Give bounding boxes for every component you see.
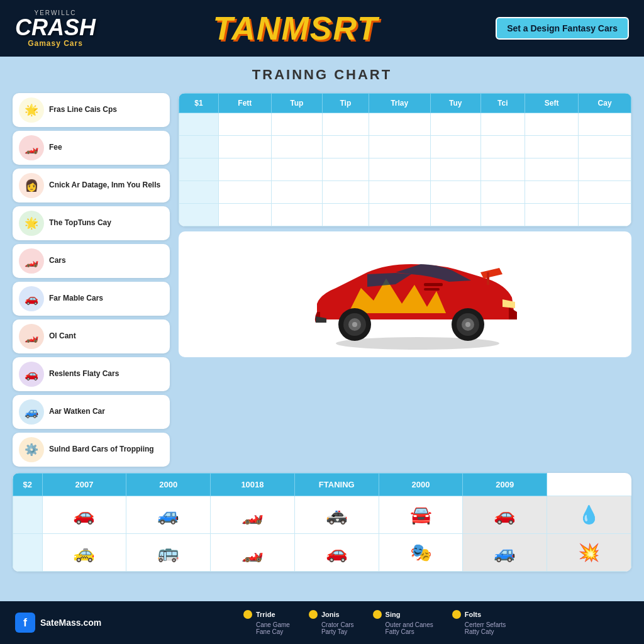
top-cell-2-4 xyxy=(369,158,430,181)
sidebar-icon-3: 🌟 xyxy=(19,211,44,236)
top-cell-1-6 xyxy=(480,136,525,158)
sidebar-item-4[interactable]: 🏎️Cars xyxy=(13,244,170,278)
top-col-5: Tuy xyxy=(430,94,480,113)
bot-cell-0-0: 🚗 xyxy=(42,496,126,534)
legend-dot-0 xyxy=(243,610,252,619)
mini-car-1-6: 💥 xyxy=(567,540,611,565)
top-cell-0-5 xyxy=(430,113,480,136)
top-cell-1-4 xyxy=(369,136,430,158)
bot-col-5: 2000 xyxy=(379,474,463,496)
bot-cell-0-4: 🚘 xyxy=(379,496,463,534)
svg-rect-1 xyxy=(487,272,489,285)
top-cell-1-2 xyxy=(271,136,323,158)
table-row xyxy=(179,204,631,226)
sidebar-item-7[interactable]: 🚗Reslents Flaty Cars xyxy=(13,357,170,391)
footer-social: f SateMass.com xyxy=(15,613,101,633)
mini-car-1-3: 🚗 xyxy=(314,540,358,565)
top-col-3: Tip xyxy=(323,94,369,113)
sidebar-item-5[interactable]: 🚗Far Mable Cars xyxy=(13,282,170,316)
mini-car-1-1: 🚌 xyxy=(147,540,191,565)
sidebar-item-8[interactable]: 🚙Aar Watken Car xyxy=(13,395,170,429)
top-col-7: Seft xyxy=(525,94,579,113)
svg-point-5 xyxy=(352,322,357,327)
bottom-chart-table: $22007200010018FTANING20002009 🚗🚙🏎️🚓🚘🚗💧🚕… xyxy=(13,473,631,572)
legend-item-1: JonisCrator Cars Party Tay xyxy=(309,610,354,635)
sidebar-icon-1: 🏎️ xyxy=(19,135,44,160)
mini-car-0-3: 🚓 xyxy=(314,502,358,528)
top-cell-0-2 xyxy=(271,113,323,136)
bot-row-label-1 xyxy=(13,534,43,572)
legend-label-0: Trride xyxy=(256,611,275,618)
mini-car-0-2: 🏎️ xyxy=(230,502,274,528)
top-chart-table: $1FettTupTipTrlayTuyTciSeftCay xyxy=(179,93,631,226)
top-cell-2-0 xyxy=(179,158,219,181)
logo-sub-text: Gamasy Cars xyxy=(28,39,83,48)
top-cell-2-7 xyxy=(525,158,579,181)
bot-col-1: 2007 xyxy=(42,474,126,496)
design-button[interactable]: Set a Design Fantasy Cars xyxy=(496,17,629,40)
bot-row-label-0 xyxy=(13,496,43,534)
top-cell-0-3 xyxy=(323,113,369,136)
top-col-6: Tci xyxy=(480,94,525,113)
section-title: TRAINNG CHART xyxy=(13,67,631,83)
top-cell-3-0 xyxy=(179,181,219,204)
sidebar-text-7: Reslents Flaty Cars xyxy=(49,369,119,379)
sidebar-icon-0: 🌟 xyxy=(19,97,44,123)
table-row: 🚗🚙🏎️🚓🚘🚗💧 xyxy=(13,496,631,534)
top-cell-3-6 xyxy=(480,181,525,204)
sidebar-text-5: Far Mable Cars xyxy=(49,294,103,304)
top-cell-0-7 xyxy=(525,113,579,136)
top-cell-2-2 xyxy=(271,158,323,181)
sidebar-text-3: The TopTuns Cay xyxy=(49,218,111,228)
mini-car-1-2: 🏎️ xyxy=(230,540,274,565)
top-cell-3-2 xyxy=(271,181,323,204)
top-cell-1-8 xyxy=(579,136,631,158)
bot-cell-1-5: 🚙 xyxy=(463,534,547,572)
top-cell-4-3 xyxy=(323,204,369,226)
logo-crash-text: CRASH xyxy=(15,16,96,39)
top-cell-1-0 xyxy=(179,136,219,158)
car-svg xyxy=(286,238,525,351)
top-cell-4-8 xyxy=(579,204,631,226)
footer: f SateMass.com TrrideCane Game Fane CayJ… xyxy=(0,601,644,644)
sidebar-icon-8: 🚙 xyxy=(19,399,44,425)
top-cell-1-5 xyxy=(430,136,480,158)
top-cell-1-1 xyxy=(218,136,271,158)
legend-label-3: Folts xyxy=(465,611,481,618)
sidebar-item-0[interactable]: 🌟Fras Line Cais Cps xyxy=(13,93,170,127)
legend-dot-2 xyxy=(373,610,382,619)
top-cell-0-1 xyxy=(218,113,271,136)
top-cell-2-6 xyxy=(480,158,525,181)
svg-point-9 xyxy=(465,322,470,327)
top-col-1: Fett xyxy=(218,94,271,113)
sidebar-item-2[interactable]: 👩Cnick Ar Datage, Inm You Rells xyxy=(13,169,170,203)
facebook-icon[interactable]: f xyxy=(15,613,35,633)
sidebar-item-9[interactable]: ⚙️Sulnd Bard Cars of Troppiing xyxy=(13,433,170,467)
top-cell-4-5 xyxy=(430,204,480,226)
bot-cell-1-0: 🚕 xyxy=(42,534,126,572)
bot-cell-1-3: 🚗 xyxy=(294,534,379,572)
sidebar-icon-4: 🏎️ xyxy=(19,248,44,274)
top-cell-2-3 xyxy=(323,158,369,181)
header: YERWILLC CRASH Gamasy Cars TANMSRT Set a… xyxy=(0,0,644,57)
table-row xyxy=(179,113,631,136)
legend-label-1: Jonis xyxy=(321,611,340,618)
legend-item-2: SingOuter and Canes Fatty Cars xyxy=(373,610,433,635)
sidebar-item-1[interactable]: 🏎️Fee xyxy=(13,131,170,165)
sidebar-text-0: Fras Line Cais Cps xyxy=(49,105,117,115)
mini-car-1-0: 🚕 xyxy=(62,540,106,565)
top-cell-0-6 xyxy=(480,113,525,136)
top-cell-0-8 xyxy=(579,113,631,136)
logo: YERWILLC CRASH Gamasy Cars xyxy=(15,9,96,48)
top-cell-4-7 xyxy=(525,204,579,226)
sidebar-icon-6: 🏎️ xyxy=(19,324,44,349)
svg-rect-11 xyxy=(424,288,440,291)
sidebar-item-3[interactable]: 🌟The TopTuns Cay xyxy=(13,206,170,240)
bot-col-0: $2 xyxy=(13,474,43,496)
sidebar-item-6[interactable]: 🏎️Ol Cant xyxy=(13,319,170,353)
sidebar-text-2: Cnick Ar Datage, Inm You Rells xyxy=(49,180,160,191)
top-cell-3-3 xyxy=(323,181,369,204)
top-cell-1-7 xyxy=(525,136,579,158)
chart-area: $1FettTupTipTrlayTuyTciSeftCay xyxy=(179,93,631,467)
top-cell-3-5 xyxy=(430,181,480,204)
